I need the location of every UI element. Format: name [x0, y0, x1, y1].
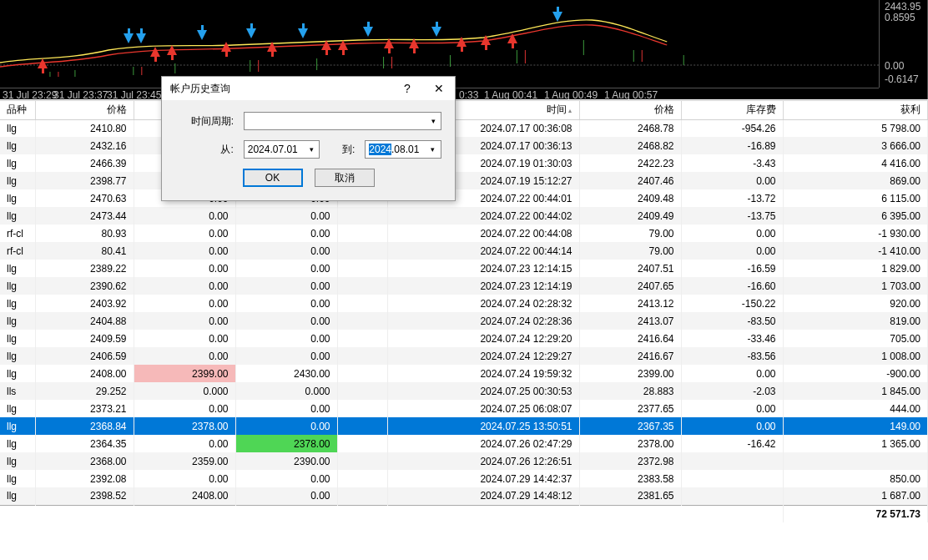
table-row[interactable]: llg2473.440.000.002024.07.22 00:44:02240…	[0, 207, 928, 225]
arrow-down-icon	[431, 27, 441, 37]
to-label: 到:	[326, 143, 355, 157]
table-row[interactable]: llg2408.002399.002430.002024.07.24 19:59…	[0, 365, 928, 382]
period-label: 时间周期:	[175, 114, 234, 129]
table-row[interactable]: llg2406.590.000.002024.07.24 12:29:27241…	[0, 347, 928, 365]
table-row[interactable]: llg2398.522408.000.002024.07.29 14:48:12…	[0, 487, 928, 505]
table-row[interactable]: llg2466.392024.07.19 01:30:032422.23-3.4…	[0, 154, 928, 172]
from-input[interactable]	[248, 144, 300, 155]
arrow-down-icon	[552, 12, 562, 22]
col-header[interactable]: 库存费	[681, 101, 783, 119]
arrow-down-icon	[363, 27, 373, 37]
history-table[interactable]: 品种价格时间价格库存费获利 llg2410.802024.07.17 00:36…	[0, 101, 928, 522]
col-header[interactable]: 价格	[35, 101, 134, 119]
from-label: 从:	[175, 143, 234, 157]
close-button[interactable]: ✕	[423, 77, 455, 100]
table-row[interactable]: rf-cl80.930.000.002024.07.22 00:44:0879.…	[0, 225, 928, 242]
arrow-up-icon	[38, 58, 48, 68]
table-row[interactable]: rf-cl80.410.000.002024.07.22 00:44:1479.…	[0, 242, 928, 260]
arrow-up-icon	[321, 40, 331, 50]
chevron-down-icon[interactable]: ▾	[426, 142, 440, 157]
to-input-selection: 2024	[369, 144, 391, 155]
table-row[interactable]: llg2364.350.002378.002024.07.26 02:47:29…	[0, 435, 928, 452]
arrow-down-icon	[298, 28, 308, 38]
table-row[interactable]: llg2432.162024.07.17 00:36:132468.82-16.…	[0, 137, 928, 154]
chart-svg	[0, 0, 879, 88]
arrow-up-icon	[507, 33, 517, 43]
arrow-up-icon	[481, 35, 491, 45]
ok-button[interactable]: OK	[243, 169, 303, 187]
arrow-down-icon	[136, 33, 146, 43]
arrow-up-icon	[384, 38, 394, 48]
arrow-up-icon	[338, 40, 348, 50]
arrow-up-icon	[409, 38, 419, 48]
total-cell: 72 571.73	[783, 505, 928, 522]
period-combo[interactable]: ▾	[244, 112, 441, 130]
table-row[interactable]: llg2373.210.000.002024.07.25 06:08:07237…	[0, 400, 928, 417]
table-row[interactable]: llg2409.590.000.002024.07.24 12:29:20241…	[0, 330, 928, 347]
table-row[interactable]: llg2389.220.000.002024.07.23 12:14:15240…	[0, 260, 928, 277]
dialog-titlebar[interactable]: 帐户历史查询 ? ✕	[162, 77, 455, 100]
col-header[interactable]: 品种	[0, 101, 35, 119]
chevron-down-icon[interactable]: ▾	[305, 142, 318, 157]
table-row[interactable]: llg2403.920.000.002024.07.24 02:28:32241…	[0, 295, 928, 312]
history-grid[interactable]: 品种价格时间价格库存费获利 llg2410.802024.07.17 00:36…	[0, 100, 928, 560]
table-row[interactable]: llg2398.772024.07.19 15:12:272407.460.00…	[0, 172, 928, 189]
table-row[interactable]: llg2404.880.000.002024.07.24 02:28:36241…	[0, 312, 928, 330]
arrow-up-icon	[221, 42, 231, 52]
arrow-down-icon	[124, 33, 134, 43]
arrow-down-icon	[246, 28, 256, 38]
dialog-title: 帐户历史查询	[170, 82, 230, 96]
arrow-up-icon	[150, 47, 160, 57]
arrow-down-icon	[197, 30, 207, 40]
table-row[interactable]: llg2392.080.000.002024.07.29 14:42:37238…	[0, 470, 928, 487]
chart-panel[interactable]: 2443.95 0.8595 0.00 -0.6147 31 Jul 23:29…	[0, 0, 928, 99]
cancel-button[interactable]: 取消	[315, 169, 375, 187]
arrow-up-icon	[456, 37, 467, 47]
table-row[interactable]: lls29.2520.0000.0002024.07.25 00:30:5328…	[0, 382, 928, 400]
table-row[interactable]: llg2368.842378.000.002024.07.25 13:50:51…	[0, 417, 928, 435]
table-row[interactable]: llg2470.630.000.002024.07.22 00:44:01240…	[0, 189, 928, 207]
history-query-dialog: 帐户历史查询 ? ✕ 时间周期: ▾ 从: ▾ 到: 2024.08.01 ▾ …	[161, 76, 456, 201]
table-row[interactable]: llg2410.802024.07.17 00:36:082468.78-954…	[0, 119, 928, 137]
table-row[interactable]: llg2390.620.000.002024.07.23 12:14:19240…	[0, 277, 928, 295]
from-date[interactable]: ▾	[244, 140, 320, 159]
help-button[interactable]: ?	[391, 77, 423, 100]
col-header[interactable]: 价格	[579, 101, 681, 119]
chart-area[interactable]	[0, 0, 879, 88]
chevron-down-icon[interactable]: ▾	[426, 114, 440, 129]
to-date[interactable]: 2024.08.01 ▾	[365, 140, 441, 159]
table-row[interactable]: llg2368.002359.002390.002024.07.26 12:26…	[0, 452, 928, 470]
col-header[interactable]: 获利	[783, 101, 928, 119]
arrow-up-icon	[167, 45, 177, 55]
arrow-up-icon	[267, 42, 277, 52]
chart-yscale: 2443.95 0.8595 0.00 -0.6147	[879, 0, 927, 88]
